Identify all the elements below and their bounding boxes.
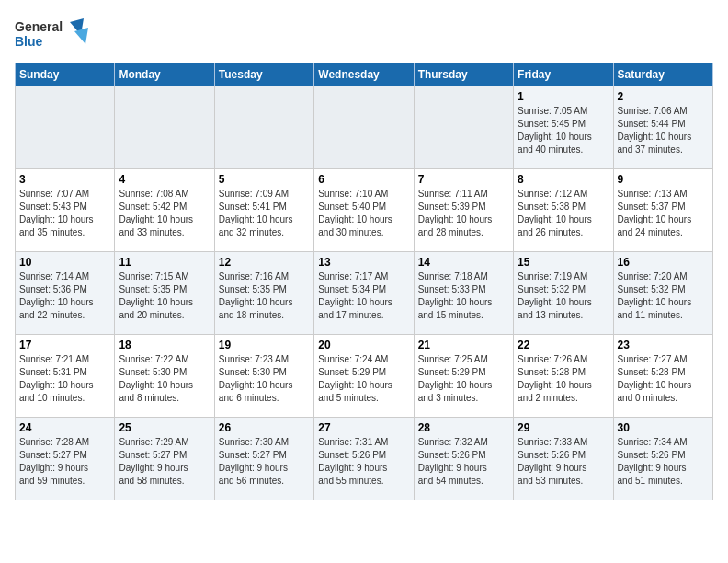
calendar-body: 1Sunrise: 7:05 AM Sunset: 5:45 PM Daylig… <box>16 86 713 500</box>
day-info: Sunrise: 7:22 AM Sunset: 5:30 PM Dayligh… <box>119 353 210 405</box>
day-number: 20 <box>318 339 409 351</box>
weekday-header: Wednesday <box>314 63 414 86</box>
weekday-header: Sunday <box>16 63 115 86</box>
day-info: Sunrise: 7:05 AM Sunset: 5:45 PM Dayligh… <box>518 105 609 156</box>
weekday-header: Tuesday <box>214 63 313 86</box>
calendar-header: SundayMondayTuesdayWednesdayThursdayFrid… <box>16 63 713 86</box>
calendar-day-cell: 28Sunrise: 7:32 AM Sunset: 5:26 PM Dayli… <box>414 418 513 500</box>
calendar-day-cell: 26Sunrise: 7:30 AM Sunset: 5:27 PM Dayli… <box>214 418 313 500</box>
calendar-day-cell <box>414 86 513 169</box>
day-info: Sunrise: 7:20 AM Sunset: 5:32 PM Dayligh… <box>618 270 709 322</box>
day-info: Sunrise: 7:30 AM Sunset: 5:27 PM Dayligh… <box>219 436 310 488</box>
day-number: 15 <box>518 256 609 269</box>
logo-icon: GeneralBlue <box>15 15 88 52</box>
day-number: 4 <box>119 173 210 186</box>
day-number: 5 <box>219 173 310 186</box>
calendar-day-cell: 2Sunrise: 7:06 AM Sunset: 5:44 PM Daylig… <box>613 86 712 169</box>
day-number: 8 <box>518 173 609 186</box>
calendar-day-cell: 6Sunrise: 7:10 AM Sunset: 5:40 PM Daylig… <box>314 169 414 252</box>
day-number: 24 <box>19 421 110 434</box>
day-info: Sunrise: 7:12 AM Sunset: 5:38 PM Dayligh… <box>518 188 609 239</box>
day-number: 16 <box>618 256 709 269</box>
calendar-day-cell: 17Sunrise: 7:21 AM Sunset: 5:31 PM Dayli… <box>16 335 115 418</box>
day-info: Sunrise: 7:29 AM Sunset: 5:27 PM Dayligh… <box>119 436 210 488</box>
day-info: Sunrise: 7:28 AM Sunset: 5:27 PM Dayligh… <box>19 436 110 488</box>
calendar-day-cell: 24Sunrise: 7:28 AM Sunset: 5:27 PM Dayli… <box>16 418 115 500</box>
calendar-day-cell: 13Sunrise: 7:17 AM Sunset: 5:34 PM Dayli… <box>314 252 414 335</box>
day-number: 10 <box>19 256 110 269</box>
day-info: Sunrise: 7:26 AM Sunset: 5:28 PM Dayligh… <box>518 353 609 405</box>
day-number: 13 <box>318 256 409 269</box>
day-info: Sunrise: 7:32 AM Sunset: 5:26 PM Dayligh… <box>418 436 509 488</box>
calendar-day-cell: 23Sunrise: 7:27 AM Sunset: 5:28 PM Dayli… <box>613 335 712 418</box>
calendar-table: SundayMondayTuesdayWednesdayThursdayFrid… <box>15 63 713 500</box>
calendar-day-cell: 15Sunrise: 7:19 AM Sunset: 5:32 PM Dayli… <box>514 252 613 335</box>
svg-text:Blue: Blue <box>15 34 43 49</box>
calendar-week-row: 3Sunrise: 7:07 AM Sunset: 5:43 PM Daylig… <box>16 169 713 252</box>
calendar-week-row: 1Sunrise: 7:05 AM Sunset: 5:45 PM Daylig… <box>16 86 713 169</box>
day-info: Sunrise: 7:16 AM Sunset: 5:35 PM Dayligh… <box>219 270 310 322</box>
day-number: 9 <box>618 173 709 186</box>
day-info: Sunrise: 7:06 AM Sunset: 5:44 PM Dayligh… <box>618 105 709 156</box>
calendar-day-cell: 22Sunrise: 7:26 AM Sunset: 5:28 PM Dayli… <box>514 335 613 418</box>
day-info: Sunrise: 7:23 AM Sunset: 5:30 PM Dayligh… <box>219 353 310 405</box>
calendar-day-cell: 8Sunrise: 7:12 AM Sunset: 5:38 PM Daylig… <box>514 169 613 252</box>
day-info: Sunrise: 7:24 AM Sunset: 5:29 PM Dayligh… <box>318 353 409 405</box>
svg-marker-3 <box>74 28 88 44</box>
calendar-day-cell: 25Sunrise: 7:29 AM Sunset: 5:27 PM Dayli… <box>115 418 214 500</box>
day-number: 25 <box>119 421 210 434</box>
day-info: Sunrise: 7:09 AM Sunset: 5:41 PM Dayligh… <box>219 188 310 239</box>
calendar-day-cell: 10Sunrise: 7:14 AM Sunset: 5:36 PM Dayli… <box>16 252 115 335</box>
calendar-day-cell: 5Sunrise: 7:09 AM Sunset: 5:41 PM Daylig… <box>214 169 313 252</box>
day-info: Sunrise: 7:21 AM Sunset: 5:31 PM Dayligh… <box>19 353 110 405</box>
day-info: Sunrise: 7:14 AM Sunset: 5:36 PM Dayligh… <box>19 270 110 322</box>
calendar-day-cell: 1Sunrise: 7:05 AM Sunset: 5:45 PM Daylig… <box>514 86 613 169</box>
calendar-day-cell <box>214 86 313 169</box>
day-number: 11 <box>119 256 210 269</box>
day-number: 22 <box>518 339 609 351</box>
weekday-header: Friday <box>514 63 613 86</box>
day-info: Sunrise: 7:08 AM Sunset: 5:42 PM Dayligh… <box>119 188 210 239</box>
logo: GeneralBlue <box>15 15 88 52</box>
day-info: Sunrise: 7:11 AM Sunset: 5:39 PM Dayligh… <box>418 188 509 239</box>
svg-text:General: General <box>15 19 63 34</box>
day-info: Sunrise: 7:15 AM Sunset: 5:35 PM Dayligh… <box>119 270 210 322</box>
calendar-day-cell: 30Sunrise: 7:34 AM Sunset: 5:26 PM Dayli… <box>613 418 712 500</box>
calendar-day-cell <box>314 86 414 169</box>
day-info: Sunrise: 7:13 AM Sunset: 5:37 PM Dayligh… <box>618 188 709 239</box>
calendar-day-cell: 19Sunrise: 7:23 AM Sunset: 5:30 PM Dayli… <box>214 335 313 418</box>
day-number: 26 <box>219 421 310 434</box>
calendar-day-cell: 14Sunrise: 7:18 AM Sunset: 5:33 PM Dayli… <box>414 252 513 335</box>
day-info: Sunrise: 7:18 AM Sunset: 5:33 PM Dayligh… <box>418 270 509 322</box>
day-number: 7 <box>418 173 509 186</box>
day-info: Sunrise: 7:33 AM Sunset: 5:26 PM Dayligh… <box>518 436 609 488</box>
day-number: 18 <box>119 339 210 351</box>
day-info: Sunrise: 7:07 AM Sunset: 5:43 PM Dayligh… <box>19 188 110 239</box>
calendar-day-cell <box>16 86 115 169</box>
calendar-day-cell: 27Sunrise: 7:31 AM Sunset: 5:26 PM Dayli… <box>314 418 414 500</box>
day-number: 2 <box>618 90 709 103</box>
weekday-header: Thursday <box>414 63 513 86</box>
day-number: 30 <box>618 421 709 434</box>
day-info: Sunrise: 7:19 AM Sunset: 5:32 PM Dayligh… <box>518 270 609 322</box>
calendar-day-cell: 9Sunrise: 7:13 AM Sunset: 5:37 PM Daylig… <box>613 169 712 252</box>
day-info: Sunrise: 7:10 AM Sunset: 5:40 PM Dayligh… <box>318 188 409 239</box>
calendar-day-cell: 21Sunrise: 7:25 AM Sunset: 5:29 PM Dayli… <box>414 335 513 418</box>
day-number: 28 <box>418 421 509 434</box>
day-number: 12 <box>219 256 310 269</box>
calendar-day-cell: 29Sunrise: 7:33 AM Sunset: 5:26 PM Dayli… <box>514 418 613 500</box>
calendar-day-cell: 20Sunrise: 7:24 AM Sunset: 5:29 PM Dayli… <box>314 335 414 418</box>
day-number: 19 <box>219 339 310 351</box>
day-number: 14 <box>418 256 509 269</box>
page-header: GeneralBlue <box>15 15 713 52</box>
day-info: Sunrise: 7:27 AM Sunset: 5:28 PM Dayligh… <box>618 353 709 405</box>
calendar-day-cell: 3Sunrise: 7:07 AM Sunset: 5:43 PM Daylig… <box>16 169 115 252</box>
day-number: 23 <box>618 339 709 351</box>
weekday-row: SundayMondayTuesdayWednesdayThursdayFrid… <box>16 63 713 86</box>
calendar-week-row: 24Sunrise: 7:28 AM Sunset: 5:27 PM Dayli… <box>16 418 713 500</box>
calendar-day-cell: 11Sunrise: 7:15 AM Sunset: 5:35 PM Dayli… <box>115 252 214 335</box>
calendar-day-cell: 18Sunrise: 7:22 AM Sunset: 5:30 PM Dayli… <box>115 335 214 418</box>
weekday-header: Saturday <box>613 63 712 86</box>
day-number: 27 <box>318 421 409 434</box>
calendar-day-cell: 7Sunrise: 7:11 AM Sunset: 5:39 PM Daylig… <box>414 169 513 252</box>
